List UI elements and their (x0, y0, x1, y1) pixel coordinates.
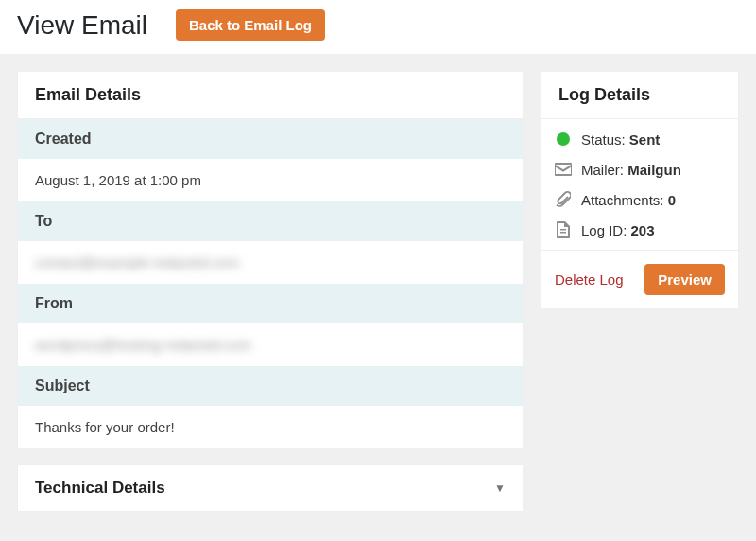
mailer-value: Mailgun (627, 162, 681, 178)
chevron-down-icon: ▼ (494, 481, 506, 495)
log-details-title: Log Details (541, 72, 738, 119)
attachments-text: Attachments: 0 (581, 192, 676, 208)
document-icon (555, 221, 572, 238)
log-row-logid: Log ID: 203 (555, 221, 725, 238)
delete-log-button[interactable]: Delete Log (555, 271, 624, 288)
from-value-text: wordpress@hosting-redacted.com (35, 337, 251, 353)
log-row-mailer: Mailer: Mailgun (555, 161, 725, 178)
content-area: Email Details Created August 1, 2019 at … (0, 54, 756, 529)
to-value: contact@example-redacted.com (18, 241, 523, 284)
technical-details-toggle[interactable]: Technical Details ▼ (17, 464, 524, 512)
to-value-text: contact@example-redacted.com (35, 254, 239, 270)
mailer-label: Mailer: (581, 162, 627, 178)
log-row-attachments: Attachments: 0 (555, 191, 725, 208)
status-value: Sent (629, 131, 661, 148)
page-title: View Email (17, 10, 147, 41)
logid-label: Log ID: (581, 222, 631, 238)
created-label: Created (18, 119, 523, 159)
status-label: Status: (581, 131, 629, 148)
page-header: View Email Back to Email Log (0, 0, 756, 54)
email-details-card: Email Details Created August 1, 2019 at … (17, 71, 524, 449)
status-dot-icon (555, 131, 572, 148)
log-details-card: Log Details Status: Sent Mailer: Mailgun (541, 71, 739, 309)
technical-details-title: Technical Details (35, 479, 165, 497)
from-label: From (18, 284, 523, 323)
email-details-title: Email Details (18, 72, 523, 119)
envelope-icon (555, 161, 572, 178)
from-value: wordpress@hosting-redacted.com (18, 323, 523, 366)
main-column: Email Details Created August 1, 2019 at … (17, 71, 524, 512)
preview-button[interactable]: Preview (644, 264, 725, 295)
paperclip-icon (555, 191, 572, 208)
created-value: August 1, 2019 at 1:00 pm (18, 159, 523, 201)
to-label: To (18, 201, 523, 241)
attachments-value: 0 (668, 192, 676, 208)
log-details-list: Status: Sent Mailer: Mailgun (541, 119, 738, 251)
log-row-status: Status: Sent (555, 131, 725, 148)
attachments-label: Attachments: (581, 192, 668, 208)
back-to-email-log-button[interactable]: Back to Email Log (176, 9, 325, 41)
logid-value: 203 (631, 222, 655, 238)
logid-text: Log ID: 203 (581, 222, 655, 238)
mailer-text: Mailer: Mailgun (581, 162, 681, 178)
status-text: Status: Sent (581, 131, 660, 148)
subject-label: Subject (18, 366, 523, 406)
sidebar-column: Log Details Status: Sent Mailer: Mailgun (541, 71, 739, 309)
log-actions: Delete Log Preview (541, 251, 738, 308)
subject-value: Thanks for your order! (18, 406, 523, 448)
